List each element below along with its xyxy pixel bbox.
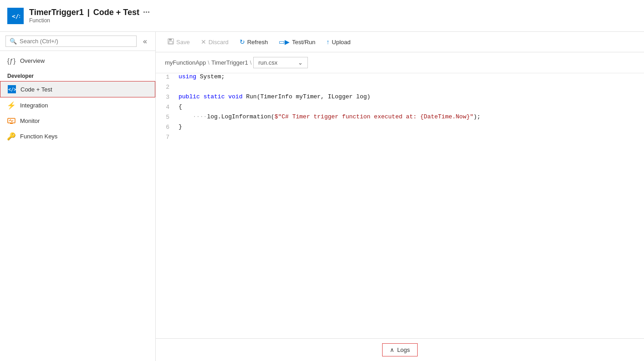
svg-text:</>: </> [8, 87, 16, 92]
page-header: </> TimerTrigger1 | Code + Test ··· Func… [0, 0, 644, 32]
sidebar-item-function-keys[interactable]: 🔑 Function Keys [0, 128, 155, 144]
header-title-main: TimerTrigger1 | Code + Test ··· [29, 8, 150, 17]
sidebar-item-code-test[interactable]: </> Code + Test [0, 81, 155, 97]
logs-footer: ∧ Logs [156, 338, 644, 361]
code-line-6: 6 } [156, 123, 644, 133]
save-label: Save [176, 39, 190, 46]
line-number-5: 5 [156, 113, 179, 121]
line-content-4: { [179, 103, 644, 110]
sidebar-code-test-label: Code + Test [20, 86, 52, 93]
svg-rect-7 [169, 41, 173, 44]
breadcrumb-function: TimerTrigger1 [211, 59, 248, 66]
toolbar: Save ✕ Discard ↻ Refresh ▭▶ Test/Run ↑ U… [156, 32, 644, 52]
file-selector-dropdown[interactable]: run.csx ⌄ [253, 57, 308, 68]
sidebar-item-monitor[interactable]: Monitor [0, 113, 155, 128]
line-content-6: } [179, 123, 644, 130]
refresh-label: Refresh [247, 39, 268, 46]
save-button[interactable]: Save [163, 36, 194, 48]
line-number-6: 6 [156, 123, 179, 131]
save-icon [168, 38, 174, 46]
developer-section-label: Developer [0, 68, 155, 81]
line-number-2: 2 [156, 83, 179, 91]
resource-type: Function [29, 17, 150, 24]
discard-button[interactable]: ✕ Discard [196, 36, 233, 48]
code-line-3: 3 public static void Run(TimerInfo myTim… [156, 93, 644, 103]
code-line-7: 7 [156, 133, 644, 143]
integration-icon: ⚡ [7, 101, 15, 109]
code-editor[interactable]: 1 using System; 2 3 public static void R… [156, 73, 644, 338]
upload-label: Upload [332, 39, 351, 46]
svg-rect-6 [169, 39, 172, 41]
function-keys-icon: 🔑 [7, 132, 15, 140]
line-number-1: 1 [156, 73, 179, 81]
code-line-5: 5 ····log.LogInformation($"C# Timer trig… [156, 113, 644, 123]
logs-button[interactable]: ∧ Logs [382, 343, 418, 356]
test-run-label: Test/Run [292, 39, 315, 46]
test-run-icon: ▭▶ [279, 38, 290, 46]
code-test-icon: </> [8, 85, 16, 93]
sidebar-item-overview[interactable]: {ƒ} Overview [0, 53, 155, 68]
main-layout: 🔍 « {ƒ} Overview Developer </> [0, 32, 644, 361]
current-file: run.csx [258, 59, 277, 66]
test-run-button[interactable]: ▭▶ Test/Run [274, 36, 320, 48]
breadcrumb: myFunctionApp \ TimerTrigger1 \ run.csx … [156, 52, 644, 73]
discard-label: Discard [209, 39, 229, 46]
line-content-1: using System; [179, 73, 644, 80]
line-number-3: 3 [156, 93, 179, 101]
sidebar-navigation: {ƒ} Overview Developer </> Code + Test ⚡… [0, 51, 155, 146]
sidebar-function-keys-label: Function Keys [20, 133, 57, 140]
collapse-sidebar-button[interactable]: « [140, 36, 150, 46]
discard-icon: ✕ [201, 38, 206, 46]
svg-rect-4 [10, 123, 13, 124]
title-separator: | [87, 8, 90, 17]
overview-icon: {ƒ} [7, 56, 15, 65]
search-input[interactable] [20, 38, 133, 45]
sidebar-integration-label: Integration [20, 102, 48, 109]
upload-icon: ↑ [327, 38, 330, 46]
breadcrumb-app: myFunctionApp [165, 59, 206, 66]
code-line-4: 4 { [156, 103, 644, 113]
refresh-button[interactable]: ↻ Refresh [235, 36, 273, 48]
logs-chevron-icon: ∧ [390, 346, 394, 353]
function-name: TimerTrigger1 [29, 8, 84, 17]
sidebar-search-bar: 🔍 « [0, 32, 155, 51]
upload-button[interactable]: ↑ Upload [322, 36, 355, 48]
page-mode: Code + Test [93, 8, 139, 17]
code-line-1: 1 using System; [156, 73, 644, 83]
sidebar-item-integration[interactable]: ⚡ Integration [0, 97, 155, 113]
logs-label: Logs [397, 346, 410, 353]
header-title-block: TimerTrigger1 | Code + Test ··· Function [29, 8, 150, 24]
sidebar-overview-label: Overview [20, 57, 45, 64]
monitor-icon [7, 117, 15, 125]
app-icon: </> [7, 8, 24, 24]
header-ellipsis-button[interactable]: ··· [143, 8, 150, 17]
line-number-4: 4 [156, 103, 179, 111]
svg-text:</>: </> [12, 13, 20, 20]
content-area: Save ✕ Discard ↻ Refresh ▭▶ Test/Run ↑ U… [156, 32, 644, 361]
dropdown-chevron-icon: ⌄ [298, 59, 303, 66]
line-content-5: ····log.LogInformation($"C# Timer trigge… [179, 113, 644, 120]
refresh-icon: ↻ [240, 38, 245, 46]
breadcrumb-sep1: \ [208, 59, 210, 66]
search-wrapper[interactable]: 🔍 [5, 36, 137, 47]
breadcrumb-sep2: \ [250, 59, 252, 66]
sidebar-monitor-label: Monitor [20, 117, 40, 124]
sidebar: 🔍 « {ƒ} Overview Developer </> [0, 32, 156, 361]
line-number-7: 7 [156, 133, 179, 141]
line-content-3: public static void Run(TimerInfo myTimer… [179, 93, 644, 100]
search-icon: 🔍 [10, 38, 17, 45]
code-line-2: 2 [156, 83, 644, 93]
